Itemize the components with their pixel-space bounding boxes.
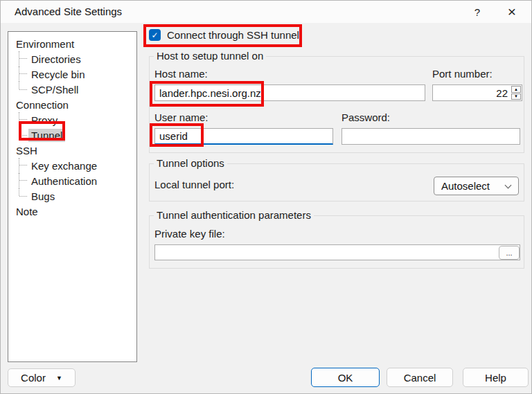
private-key-file-label: Private key file: — [154, 228, 225, 240]
host-name-input[interactable] — [154, 84, 425, 101]
tree-connector — [19, 173, 27, 188]
sidebar-item-scp-shell[interactable]: SCP/Shell — [8, 82, 136, 97]
dropdown-arrow-icon: ▼ — [56, 375, 62, 382]
sidebar-item-environment[interactable]: Environment — [8, 36, 136, 51]
sidebar-item-proxy[interactable]: Proxy — [8, 112, 136, 127]
tunnel-auth-group-title: Tunnel authentication parameters — [154, 209, 314, 221]
tree-connector — [19, 66, 27, 82]
browse-button[interactable]: ... — [499, 246, 520, 260]
port-number-label: Port number: — [432, 68, 493, 80]
cancel-button[interactable]: Cancel — [387, 368, 453, 387]
host-group-title: Host to setup tunnel on — [154, 50, 266, 62]
password-input[interactable] — [342, 128, 520, 145]
tunnel-options-group-title: Tunnel options — [154, 157, 227, 169]
ok-button[interactable]: OK — [311, 368, 380, 387]
help-icon[interactable]: ? — [463, 1, 491, 23]
sidebar-item-key-exchange[interactable]: Key exchange — [8, 158, 136, 173]
ssh-tunnel-checkbox-row: ✓ Connect through SSH tunnel — [149, 28, 299, 42]
port-number-spinbox: ▲ ▼ — [432, 84, 522, 101]
sidebar-item-tunnel[interactable]: Tunnel — [8, 127, 136, 143]
sidebar-item-connection[interactable]: Connection — [8, 97, 136, 112]
dialog-title: Advanced Site Settings — [15, 1, 122, 23]
user-name-input[interactable] — [154, 128, 333, 145]
sidebar-item-label: Tunnel — [28, 129, 65, 142]
help-button[interactable]: Help — [463, 368, 529, 387]
sidebar-item-label: Note — [13, 205, 41, 218]
private-key-file-input[interactable] — [154, 244, 520, 260]
password-label: Password: — [342, 111, 390, 123]
sidebar-item-label: Recycle bin — [28, 68, 88, 81]
spin-up-icon[interactable]: ▲ — [511, 86, 521, 93]
tree-connector — [19, 127, 27, 135]
advanced-site-settings-dialog: Advanced Site Settings ? × EnvironmentDi… — [0, 0, 532, 394]
sidebar-item-authentication[interactable]: Authentication — [8, 173, 136, 188]
close-icon[interactable]: × — [498, 1, 526, 23]
sidebar-item-label: Authentication — [28, 174, 100, 188]
tree-connector — [19, 51, 27, 66]
sidebar-item-label: SSH — [13, 144, 40, 157]
cancel-button-label: Cancel — [404, 372, 436, 384]
sidebar-item-note[interactable]: Note — [8, 204, 136, 219]
sidebar-item-bugs[interactable]: Bugs — [8, 188, 136, 204]
sidebar-item-label: Key exchange — [28, 159, 100, 172]
tree-connector — [19, 82, 27, 89]
sidebar-item-label: Environment — [13, 37, 77, 51]
color-button[interactable]: Color ▼ — [8, 368, 76, 387]
port-spinner: ▲ ▼ — [511, 86, 521, 100]
help-button-label: Help — [485, 372, 506, 384]
checked-checkbox-icon[interactable]: ✓ — [149, 29, 161, 41]
tree-connector — [19, 112, 27, 127]
sidebar-item-label: Connection — [13, 98, 71, 111]
tree-connector — [19, 158, 27, 173]
local-tunnel-port-select[interactable]: Autoselect — [434, 177, 519, 195]
sidebar-item-label: Proxy — [28, 114, 60, 127]
local-tunnel-port-value: Autoselect — [441, 180, 490, 192]
sidebar-item-directories[interactable]: Directories — [8, 51, 136, 66]
ok-button-label: OK — [338, 372, 353, 384]
sidebar-item-recycle-bin[interactable]: Recycle bin — [8, 66, 136, 82]
user-name-label: User name: — [154, 111, 209, 123]
titlebar: Advanced Site Settings ? × — [1, 1, 531, 23]
sidebar-item-label: Directories — [28, 53, 84, 66]
color-button-label: Color — [21, 372, 46, 384]
settings-tree: EnvironmentDirectoriesRecycle binSCP/She… — [8, 31, 137, 362]
tunnel-auth-group: Tunnel authentication parameters — [149, 215, 524, 269]
sidebar-item-ssh[interactable]: SSH — [8, 143, 136, 158]
chevron-down-icon — [505, 182, 512, 189]
sidebar-item-label: SCP/Shell — [28, 83, 81, 96]
tree-connector — [19, 188, 27, 196]
port-number-input[interactable] — [432, 84, 522, 101]
spin-down-icon[interactable]: ▼ — [511, 93, 521, 100]
host-name-label: Host name: — [154, 68, 208, 80]
local-tunnel-port-label: Local tunnel port: — [154, 179, 234, 190]
sidebar-item-label: Bugs — [28, 190, 57, 203]
ssh-tunnel-checkbox-label[interactable]: Connect through SSH tunnel — [167, 29, 299, 41]
